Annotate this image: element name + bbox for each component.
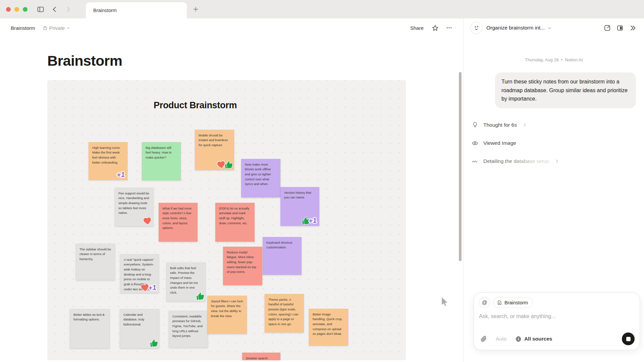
zoom-window-button[interactable] [23,7,28,12]
share-button[interactable]: Share [408,23,426,33]
plus-one-reaction-icon[interactable]: +1 [116,170,127,180]
window-tab-strip: Brainstorm [0,0,644,18]
chat-date-line: Thursday, Aug 28 • Notion AI [472,57,636,62]
back-icon[interactable] [49,4,60,15]
ai-step-row[interactable]: Thought for 6s [472,120,636,130]
sticky-note-text: Mobile should be instant and brainless f… [195,130,234,151]
chat-author: Notion AI [565,57,583,62]
sticky-note[interactable]: Keyboard shortcut customization. [263,237,302,275]
mode-selector[interactable]: Auto [496,336,506,342]
ai-step-icon [472,122,478,128]
window-controls [6,7,28,12]
page-body: Brainstorm Product Brainstorm High learn… [0,37,463,362]
sticky-note[interactable]: (PDFs) let us actually annotate and mark… [215,203,255,242]
ai-panel-header: Organize brainstorm int... [464,18,644,37]
attachment-paperclip-icon[interactable] [479,334,488,344]
sticky-note-text: Theme packs. A handful of tasteful prese… [265,294,304,330]
context-chip[interactable]: Brainstorm [493,297,533,308]
forward-icon[interactable] [62,4,74,15]
sticky-note[interactable]: What if we had more style controls? A fe… [159,203,198,242]
ai-thread-title[interactable]: Organize brainstorm int... [486,25,545,31]
sticky-note[interactable]: Mobile should be instant and brainless f… [195,130,234,170]
ai-step-row[interactable]: Detailing the database setup [472,157,636,166]
sticky-note-text: Better image handling. Quick crop, annot… [309,309,348,340]
ai-step-label: Detailing the database setup [483,158,549,164]
sticky-note[interactable]: Better tables as text & formatting optio… [70,309,110,348]
sticky-note[interactable]: Calendar and database, truly bidirection… [120,309,159,348]
vertical-scrollbar[interactable] [459,72,462,261]
new-chat-compose-icon[interactable] [602,22,612,33]
minimize-window-button[interactable] [14,7,19,12]
sticky-note-stickers [151,339,158,348]
ai-panel: Organize brainstorm int... [463,18,644,362]
sticky-note[interactable]: Bulk edits that feel safe. Preview the i… [166,262,206,301]
sticky-note[interactable]: Version history that you can name. +1 [280,187,319,226]
sticky-note[interactable]: A real "quick capture" everywhere. Syste… [120,254,159,293]
thumbs-up-reaction-icon[interactable] [149,339,159,348]
sidebar-toggle-icon[interactable] [35,4,46,15]
sticky-note-text: (PDFs) let us actually annotate and mark… [215,203,255,229]
sticky-note[interactable]: Consistent, readable previews for GitHub… [169,311,208,348]
sticky-note[interactable]: The sidebar should be clearer in terms o… [76,244,115,280]
sticky-note-text: Consistent, readable previews for GitHub… [169,311,208,342]
stop-generation-button[interactable] [622,333,635,345]
sticky-note[interactable]: High learning curve. Make the first week… [89,142,127,180]
sticky-note-stickers [218,160,233,169]
collapse-panel-icon[interactable] [627,22,638,33]
page-title: Brainstorm [47,52,406,70]
sticky-note-text: Better tables as text & formatting optio… [70,309,110,325]
whiteboard-canvas[interactable]: Product Brainstorm High learning curve. … [47,80,406,360]
ai-step-row[interactable]: Viewed Image [472,138,636,148]
plus-one-reaction-icon[interactable]: +1 [148,283,158,293]
mention-icon[interactable]: @ [479,297,490,308]
sticky-note[interactable]: Now make more blocks work offline and gi… [241,159,280,197]
sources-label: All sources [524,336,552,342]
sticky-note-text: The sidebar should be clearer in terms o… [76,244,115,265]
sticky-note[interactable]: Big databases still feel heavy. How to m… [142,142,181,180]
globe-icon [515,336,522,342]
tab-title: Brainstorm [93,8,117,13]
sticky-note-text: Saved filters I can lock for guests. Sha… [207,296,247,322]
more-options-icon[interactable] [444,22,454,33]
breadcrumb[interactable]: Brainstorm [9,24,37,32]
thread-chevron-down-icon[interactable] [547,26,552,30]
sticky-note-text: Big databases still feel heavy. How to m… [142,142,181,164]
eye-icon [472,140,478,146]
sticky-note-stickers: +1 [142,283,158,292]
sticky-note[interactable]: Smarter search chips. [242,353,280,360]
panel-layout-icon[interactable] [614,22,625,33]
browser-tab[interactable]: Brainstorm [86,2,187,18]
heart-reaction-icon[interactable] [142,216,152,226]
close-window-button[interactable] [6,7,11,12]
ai-composer[interactable]: @ Brainstorm Auto [474,292,640,350]
main-area: Brainstorm Private Share [0,18,463,362]
thumbs-up-reaction-icon[interactable] [224,160,233,170]
sources-selector[interactable]: All sources [515,336,552,342]
sticky-note[interactable]: Saved filters I can lock for guests. Sha… [207,296,247,334]
chat-separator: • [561,57,563,62]
sticky-note-stickers [197,292,204,301]
context-chip-label: Brainstorm [504,300,528,305]
thumbs-up-reaction-icon[interactable] [196,292,205,301]
ai-step-icon [472,140,478,146]
sticky-note-text: Calendar and database, truly bidirection… [120,309,159,330]
favorite-star-icon[interactable] [430,22,440,33]
plus-one-reaction-icon[interactable]: +1 [308,216,319,226]
sticky-note-text: High learning curve. Make the first week… [89,142,127,169]
sticky-note[interactable]: Reduce modal fatigue. More inline editin… [223,247,262,285]
chevron-down-icon [66,26,70,30]
privacy-selector[interactable]: Private [41,24,72,32]
privacy-label: Private [49,25,65,31]
ai-steps: Thought for 6s Viewed Image Detailing th… [472,120,636,166]
chat-date: Thursday, Aug 28 [525,57,559,62]
document-icon [497,300,502,305]
ai-step-label: Thought for 6s [483,122,517,128]
sticky-note[interactable]: Pen support would be nice. Handwriting a… [115,188,153,226]
new-tab-icon[interactable] [190,3,201,15]
sticky-note[interactable]: Theme packs. A handful of tasteful prese… [265,294,304,333]
stop-icon [626,337,631,341]
lock-icon [43,25,48,31]
ai-prompt-input[interactable] [479,313,635,319]
sticky-note-text: Pen support would be nice. Handwriting a… [115,188,153,219]
sticky-note[interactable]: Better image handling. Quick crop, annot… [309,309,348,346]
